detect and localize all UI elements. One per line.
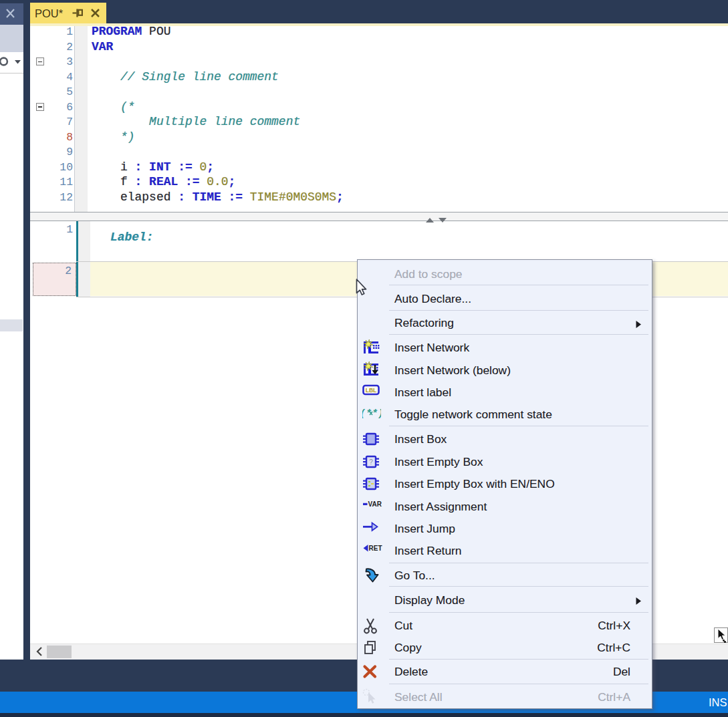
svg-text:LBL: LBL	[366, 387, 377, 394]
svg-text:?: ?	[369, 458, 373, 466]
svg-text:VAR: VAR	[368, 500, 382, 508]
svg-text:RET: RET	[369, 545, 382, 552]
